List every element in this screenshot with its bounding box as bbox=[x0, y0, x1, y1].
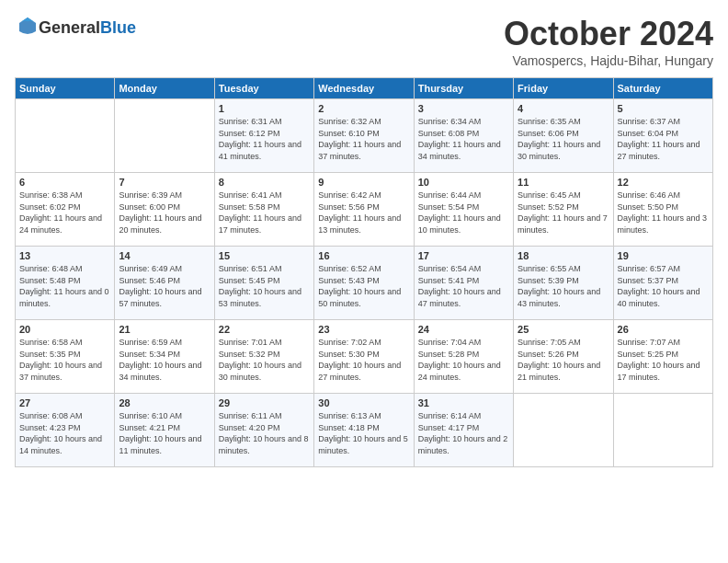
day-number: 15 bbox=[219, 250, 310, 261]
calendar-cell: 23Sunrise: 7:02 AM Sunset: 5:30 PM Dayli… bbox=[314, 320, 414, 394]
weekday-header-tuesday: Tuesday bbox=[214, 78, 313, 99]
day-info: Sunrise: 6:49 AM Sunset: 5:46 PM Dayligh… bbox=[119, 263, 210, 309]
calendar-cell: 19Sunrise: 6:57 AM Sunset: 5:37 PM Dayli… bbox=[613, 247, 712, 320]
day-number: 17 bbox=[418, 250, 509, 261]
day-info: Sunrise: 6:14 AM Sunset: 4:17 PM Dayligh… bbox=[418, 410, 509, 456]
day-info: Sunrise: 6:55 AM Sunset: 5:39 PM Dayligh… bbox=[518, 263, 609, 309]
weekday-header-saturday: Saturday bbox=[613, 78, 712, 99]
calendar-cell: 1Sunrise: 6:31 AM Sunset: 6:12 PM Daylig… bbox=[214, 99, 313, 173]
day-info: Sunrise: 6:11 AM Sunset: 4:20 PM Dayligh… bbox=[219, 410, 310, 456]
logo-block bbox=[15, 15, 39, 40]
location-subtitle: Vamospercs, Hajdu-Bihar, Hungary bbox=[504, 53, 713, 68]
day-number: 24 bbox=[418, 324, 509, 335]
day-number: 14 bbox=[119, 250, 210, 261]
day-info: Sunrise: 7:04 AM Sunset: 5:28 PM Dayligh… bbox=[418, 337, 509, 383]
day-number: 16 bbox=[318, 250, 409, 261]
calendar-cell: 13Sunrise: 6:48 AM Sunset: 5:48 PM Dayli… bbox=[16, 247, 115, 320]
day-number: 20 bbox=[19, 324, 110, 335]
day-info: Sunrise: 6:57 AM Sunset: 5:37 PM Dayligh… bbox=[618, 263, 709, 309]
day-number: 25 bbox=[518, 324, 609, 335]
day-number: 3 bbox=[418, 103, 509, 114]
day-info: Sunrise: 6:58 AM Sunset: 5:35 PM Dayligh… bbox=[19, 337, 110, 383]
logo-icon bbox=[17, 15, 39, 37]
day-info: Sunrise: 7:01 AM Sunset: 5:32 PM Dayligh… bbox=[219, 337, 310, 383]
month-title: October 2024 bbox=[504, 15, 713, 53]
calendar-week-row: 27Sunrise: 6:08 AM Sunset: 4:23 PM Dayli… bbox=[16, 394, 713, 467]
day-info: Sunrise: 6:42 AM Sunset: 5:56 PM Dayligh… bbox=[318, 190, 409, 236]
calendar-cell: 7Sunrise: 6:39 AM Sunset: 6:00 PM Daylig… bbox=[115, 173, 214, 247]
calendar-cell bbox=[115, 99, 214, 173]
logo-blue-text: Blue bbox=[100, 18, 136, 37]
day-info: Sunrise: 6:54 AM Sunset: 5:41 PM Dayligh… bbox=[418, 263, 509, 309]
day-number: 7 bbox=[119, 177, 210, 188]
day-number: 5 bbox=[618, 103, 709, 114]
day-info: Sunrise: 6:32 AM Sunset: 6:10 PM Dayligh… bbox=[318, 116, 409, 162]
weekday-header-sunday: Sunday bbox=[16, 78, 115, 99]
calendar-cell: 25Sunrise: 7:05 AM Sunset: 5:26 PM Dayli… bbox=[514, 320, 613, 394]
calendar-cell: 17Sunrise: 6:54 AM Sunset: 5:41 PM Dayli… bbox=[414, 247, 513, 320]
calendar-cell: 29Sunrise: 6:11 AM Sunset: 4:20 PM Dayli… bbox=[214, 394, 313, 467]
calendar-cell: 4Sunrise: 6:35 AM Sunset: 6:06 PM Daylig… bbox=[514, 99, 613, 173]
calendar-week-row: 6Sunrise: 6:38 AM Sunset: 6:02 PM Daylig… bbox=[16, 173, 713, 247]
weekday-header-friday: Friday bbox=[514, 78, 613, 99]
calendar-cell: 26Sunrise: 7:07 AM Sunset: 5:25 PM Dayli… bbox=[613, 320, 712, 394]
calendar-cell: 28Sunrise: 6:10 AM Sunset: 4:21 PM Dayli… bbox=[115, 394, 214, 467]
calendar-cell: 27Sunrise: 6:08 AM Sunset: 4:23 PM Dayli… bbox=[16, 394, 115, 467]
day-info: Sunrise: 6:52 AM Sunset: 5:43 PM Dayligh… bbox=[318, 263, 409, 309]
calendar-cell: 2Sunrise: 6:32 AM Sunset: 6:10 PM Daylig… bbox=[314, 99, 414, 173]
day-number: 27 bbox=[19, 397, 110, 408]
day-info: Sunrise: 6:59 AM Sunset: 5:34 PM Dayligh… bbox=[119, 337, 210, 383]
weekday-header-row: SundayMondayTuesdayWednesdayThursdayFrid… bbox=[16, 78, 713, 99]
day-number: 1 bbox=[219, 103, 310, 114]
day-number: 23 bbox=[318, 324, 409, 335]
day-number: 13 bbox=[19, 250, 110, 261]
calendar-cell: 24Sunrise: 7:04 AM Sunset: 5:28 PM Dayli… bbox=[414, 320, 513, 394]
day-number: 9 bbox=[318, 177, 409, 188]
calendar-cell: 18Sunrise: 6:55 AM Sunset: 5:39 PM Dayli… bbox=[514, 247, 613, 320]
logo: GeneralBlue bbox=[15, 15, 136, 40]
day-info: Sunrise: 6:35 AM Sunset: 6:06 PM Dayligh… bbox=[518, 116, 609, 162]
day-number: 29 bbox=[219, 397, 310, 408]
day-info: Sunrise: 6:34 AM Sunset: 6:08 PM Dayligh… bbox=[418, 116, 509, 162]
logo-text: GeneralBlue bbox=[39, 18, 136, 38]
day-info: Sunrise: 6:44 AM Sunset: 5:54 PM Dayligh… bbox=[418, 190, 509, 236]
calendar-cell: 16Sunrise: 6:52 AM Sunset: 5:43 PM Dayli… bbox=[314, 247, 414, 320]
calendar-cell: 3Sunrise: 6:34 AM Sunset: 6:08 PM Daylig… bbox=[414, 99, 513, 173]
day-number: 26 bbox=[618, 324, 709, 335]
day-info: Sunrise: 6:48 AM Sunset: 5:48 PM Dayligh… bbox=[19, 263, 110, 309]
day-info: Sunrise: 6:08 AM Sunset: 4:23 PM Dayligh… bbox=[19, 410, 110, 456]
day-info: Sunrise: 6:46 AM Sunset: 5:50 PM Dayligh… bbox=[618, 190, 709, 236]
calendar-cell bbox=[514, 394, 613, 467]
day-info: Sunrise: 7:02 AM Sunset: 5:30 PM Dayligh… bbox=[318, 337, 409, 383]
day-number: 6 bbox=[19, 177, 110, 188]
calendar-cell bbox=[16, 99, 115, 173]
day-number: 2 bbox=[318, 103, 409, 114]
title-block: October 2024 Vamospercs, Hajdu-Bihar, Hu… bbox=[504, 15, 713, 68]
day-info: Sunrise: 6:31 AM Sunset: 6:12 PM Dayligh… bbox=[219, 116, 310, 162]
calendar-table: SundayMondayTuesdayWednesdayThursdayFrid… bbox=[15, 77, 713, 467]
calendar-cell: 6Sunrise: 6:38 AM Sunset: 6:02 PM Daylig… bbox=[16, 173, 115, 247]
day-info: Sunrise: 7:05 AM Sunset: 5:26 PM Dayligh… bbox=[518, 337, 609, 383]
day-number: 19 bbox=[618, 250, 709, 261]
day-info: Sunrise: 6:38 AM Sunset: 6:02 PM Dayligh… bbox=[19, 190, 110, 236]
day-info: Sunrise: 6:51 AM Sunset: 5:45 PM Dayligh… bbox=[219, 263, 310, 309]
day-info: Sunrise: 6:13 AM Sunset: 4:18 PM Dayligh… bbox=[318, 410, 409, 456]
calendar-cell: 30Sunrise: 6:13 AM Sunset: 4:18 PM Dayli… bbox=[314, 394, 414, 467]
calendar-cell bbox=[613, 394, 712, 467]
day-number: 8 bbox=[219, 177, 310, 188]
logo-general-text: General bbox=[39, 18, 100, 37]
calendar-cell: 8Sunrise: 6:41 AM Sunset: 5:58 PM Daylig… bbox=[214, 173, 313, 247]
day-info: Sunrise: 6:37 AM Sunset: 6:04 PM Dayligh… bbox=[618, 116, 709, 162]
calendar-cell: 21Sunrise: 6:59 AM Sunset: 5:34 PM Dayli… bbox=[115, 320, 214, 394]
day-number: 10 bbox=[418, 177, 509, 188]
day-number: 11 bbox=[518, 177, 609, 188]
calendar-cell: 22Sunrise: 7:01 AM Sunset: 5:32 PM Dayli… bbox=[214, 320, 313, 394]
calendar-week-row: 20Sunrise: 6:58 AM Sunset: 5:35 PM Dayli… bbox=[16, 320, 713, 394]
calendar-cell: 11Sunrise: 6:45 AM Sunset: 5:52 PM Dayli… bbox=[514, 173, 613, 247]
day-number: 12 bbox=[618, 177, 709, 188]
day-info: Sunrise: 7:07 AM Sunset: 5:25 PM Dayligh… bbox=[618, 337, 709, 383]
day-number: 30 bbox=[318, 397, 409, 408]
day-info: Sunrise: 6:41 AM Sunset: 5:58 PM Dayligh… bbox=[219, 190, 310, 236]
day-number: 4 bbox=[518, 103, 609, 114]
weekday-header-monday: Monday bbox=[115, 78, 214, 99]
